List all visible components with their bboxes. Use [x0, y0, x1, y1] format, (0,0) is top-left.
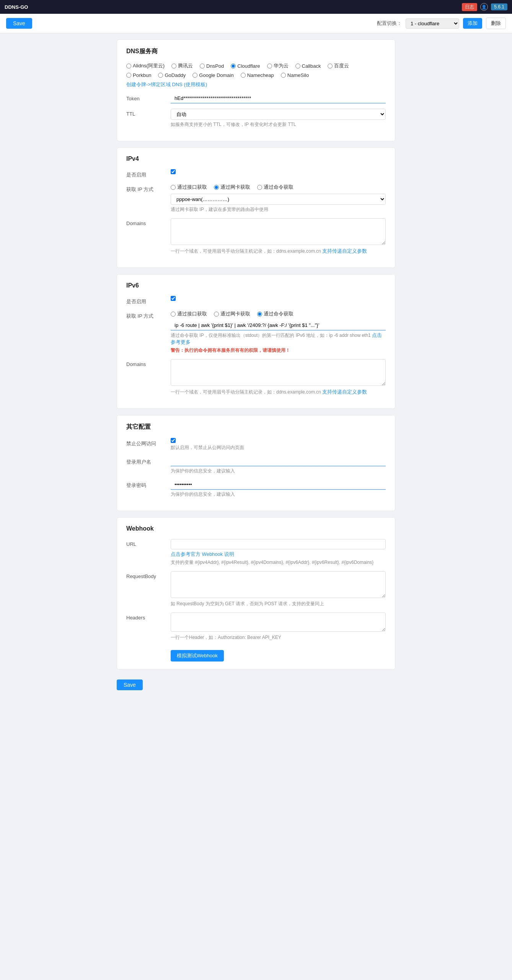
ipv4-enable-row: 是否启用 [126, 169, 386, 178]
ipv4-method-interface[interactable]: 通过接口获取 [171, 184, 207, 191]
ipv6-domains-content: 一行一个域名，可使用眉号手动分隔主机记录，如：ddns.example.com.… [171, 359, 386, 395]
username-row: 登录用户名 为保护你的信息安全，建议输入 [126, 456, 386, 474]
webhook-body-hint: 如 RequestBody 为空则为 GET 请求，否则为 POST 请求，支持… [171, 601, 386, 607]
webhook-title: Webhook [126, 525, 386, 532]
webhook-headers-content: 一行一个Header，如：Authorization: Bearer API_K… [171, 612, 386, 641]
ipv4-title: IPv4 [126, 155, 386, 162]
ipv4-netcard-select[interactable]: pppoe-wan(……………) [171, 194, 386, 205]
webhook-body-input[interactable] [171, 571, 386, 598]
toolbar-left: Save [6, 18, 32, 29]
provider-tencent[interactable]: 腾讯云 [171, 62, 193, 69]
ipv6-enable-checkbox[interactable] [171, 296, 386, 301]
ipv4-enable-checkbox[interactable] [171, 169, 386, 174]
public-access-input[interactable] [171, 438, 176, 443]
password-row: 登录密码 为保护你的信息安全，建议输入 [126, 480, 386, 498]
public-access-label: 禁止公网访问 [126, 438, 165, 447]
ipv4-domains-row: Domains 一行一个域名，可使用眉号手动分隔主机记录，如：ddns.exam… [126, 218, 386, 255]
webhook-url-link[interactable]: 点击参考官方 Webhook 说明 [171, 551, 234, 557]
ipv4-domains-input[interactable] [171, 218, 386, 245]
webhook-headers-label: Headers [126, 612, 165, 621]
webhook-headers-input[interactable] [171, 612, 386, 632]
webhook-url-row: URL 点击参考官方 Webhook 说明 支持的变量 #{ipv4Addr},… [126, 539, 386, 566]
create-token-link[interactable]: 创建令牌->绑定区域 DNS (使用模板) [126, 82, 207, 87]
provider-namesilo[interactable]: NameSilo [281, 72, 309, 78]
webhook-body-content: 如 RequestBody 为空则为 GET 请求，否则为 POST 请求，支持… [171, 571, 386, 607]
toolbar-right: 配置切换： 1 - cloudflare 添加 删除 [377, 18, 506, 29]
dns-provider-group: Alidns(阿里云) 腾讯云 DnsPod Cloudflare [126, 62, 386, 69]
other-title: 其它配置 [126, 423, 386, 431]
user-icon[interactable]: 👤 [480, 3, 488, 11]
provider-google[interactable]: Google Domain [192, 72, 233, 78]
ttl-select[interactable]: 自动 [171, 109, 386, 120]
ipv6-enable-input[interactable] [171, 296, 176, 301]
webhook-headers-hint: 一行一个Header，如：Authorization: Bearer API_K… [171, 634, 386, 641]
ipv6-cmd-row [171, 320, 386, 330]
ipv6-method-cmd[interactable]: 通过命令获取 [257, 310, 294, 317]
ipv4-method-row: 获取 IP 方式 通过接口获取 通过网卡获取 通过命令获取 [126, 184, 386, 213]
ipv6-method-label: 获取 IP 方式 [126, 310, 165, 320]
app-title: DDNS-GO [5, 4, 28, 10]
ipv6-domains-input[interactable] [171, 359, 386, 386]
webhook-test-button[interactable]: 模拟测试Webhook [171, 650, 224, 662]
token-row: Token [126, 93, 386, 103]
provider-baidu[interactable]: 百度云 [328, 62, 349, 69]
provider-cloudflare[interactable]: Cloudflare [231, 63, 260, 69]
ipv6-domains-link[interactable]: 支持传递自定义参数 [322, 389, 367, 395]
ipv6-domains-row: Domains 一行一个域名，可使用眉号手动分隔主机记录，如：ddns.exam… [126, 359, 386, 395]
other-section: 其它配置 禁止公网访问 默认启用，可禁止从公网访问内页面 登录用户名 为保护你的… [117, 415, 395, 511]
lang-button[interactable]: 日志 [462, 3, 477, 11]
dns-section: DNS服务商 Alidns(阿里云) 腾讯云 DnsPod [117, 39, 395, 141]
webhook-section: Webhook URL 点击参考官方 Webhook 说明 支持的变量 #{ip… [117, 517, 395, 670]
ttl-label: TTL [126, 109, 165, 117]
config-select[interactable]: 1 - cloudflare [406, 18, 459, 29]
delete-config-button[interactable]: 删除 [486, 18, 506, 29]
token-content [171, 93, 386, 103]
dns-section-title: DNS服务商 [126, 47, 386, 56]
token-input[interactable] [171, 93, 386, 103]
bottom-save-row: Save [117, 676, 395, 702]
add-config-button[interactable]: 添加 [463, 18, 482, 29]
ipv6-method-content: 通过接口获取 通过网卡获取 通过命令获取 通过命令获取 IP，仅使用标准输出 [171, 310, 386, 354]
config-switch-label: 配置切换： [377, 20, 402, 27]
ipv4-method-cmd[interactable]: 通过命令获取 [257, 184, 294, 191]
ipv6-method-interface[interactable]: 通过接口获取 [171, 310, 207, 317]
ipv6-domains-label: Domains [126, 359, 165, 367]
version-badge: 5.6.1 [491, 3, 507, 10]
ipv6-title: IPv6 [126, 282, 386, 289]
provider-callback[interactable]: Callback [295, 63, 321, 69]
ipv6-method-group: 通过接口获取 通过网卡获取 通过命令获取 [171, 310, 386, 317]
ipv4-domains-hint: 一行一个域名，可使用眉号手动分隔主机记录，如：ddns.example.com.… [171, 248, 386, 255]
provider-porkbun[interactable]: Porkbun [126, 72, 151, 78]
webhook-body-label: RequestBody [126, 571, 165, 579]
provider-godaddy[interactable]: GoDaddy [158, 72, 186, 78]
ipv6-cmd-hint: 通过命令获取 IP，仅使用标准输出（stdout）的第一行匹配的 IPv6 地址… [171, 332, 386, 346]
webhook-url-hint-row: 点击参考官方 Webhook 说明 [171, 551, 386, 558]
username-hint: 为保护你的信息安全，建议输入 [171, 468, 386, 474]
provider-dnspod[interactable]: DnsPod [200, 63, 224, 69]
webhook-headers-row: Headers 一行一个Header，如：Authorization: Bear… [126, 612, 386, 641]
ipv4-method-netcard[interactable]: 通过网卡获取 [214, 184, 250, 191]
ttl-row: TTL 自动 如服务商支持更小的 TTL，可修改，IP 有变化时才会更新 TTL [126, 109, 386, 128]
ipv6-cmd-input[interactable] [171, 320, 386, 330]
ipv6-domains-hint: 一行一个域名，可使用眉号手动分隔主机记录，如：ddns.example.com.… [171, 389, 386, 395]
save-button-bottom[interactable]: Save [117, 679, 143, 690]
provider-huawei[interactable]: 华为云 [267, 62, 289, 69]
ipv6-method-netcard[interactable]: 通过网卡获取 [214, 310, 250, 317]
username-input[interactable] [171, 456, 386, 466]
password-input[interactable] [171, 480, 386, 490]
username-content: 为保护你的信息安全，建议输入 [171, 456, 386, 474]
ipv4-enable-content [171, 169, 386, 174]
ipv4-method-label: 获取 IP 方式 [126, 184, 165, 193]
webhook-url-label: URL [126, 539, 165, 547]
provider-alidns[interactable]: Alidns(阿里云) [126, 62, 165, 69]
dns-providers-row: Alidns(阿里云) 腾讯云 DnsPod Cloudflare [126, 62, 386, 88]
ipv4-domains-link[interactable]: 支持传递自定义参数 [322, 248, 367, 254]
ipv4-domains-label: Domains [126, 218, 165, 226]
webhook-url-input[interactable] [171, 539, 386, 549]
save-button-top[interactable]: Save [6, 18, 32, 29]
password-label: 登录密码 [126, 480, 165, 489]
ipv4-enable-input[interactable] [171, 169, 176, 174]
public-access-checkbox[interactable] [171, 438, 386, 443]
provider-namecheap[interactable]: Namecheap [241, 72, 274, 78]
ipv4-method-group: 通过接口获取 通过网卡获取 通过命令获取 [171, 184, 386, 191]
